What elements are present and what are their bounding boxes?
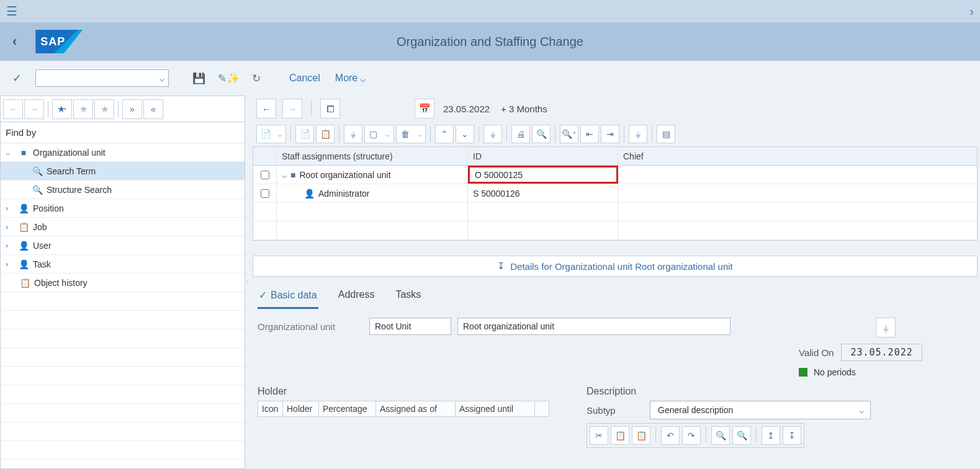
table-row[interactable]: 👤Administrator S 50000126 <box>253 184 977 203</box>
empty-row <box>253 203 977 221</box>
link-icon[interactable]: ⏚ <box>876 318 896 337</box>
hierarchy-icon[interactable]: ⏚ <box>344 125 362 143</box>
tree-item-object-history[interactable]: 📋Object history <box>1 274 245 292</box>
redo-icon[interactable]: ↷ <box>682 426 701 445</box>
expand-all-icon[interactable]: » <box>122 99 142 119</box>
cube-icon[interactable]: ⧠ <box>320 99 340 118</box>
collapse-all-icon[interactable]: « <box>143 99 163 119</box>
upload-icon[interactable]: ↥ <box>762 426 780 445</box>
print-icon[interactable]: 🖨 <box>511 125 530 143</box>
col-until[interactable]: Assigned until <box>456 401 535 416</box>
nav-back-icon[interactable]: ← <box>3 99 23 119</box>
up-level-icon[interactable]: ⌃ <box>435 125 454 143</box>
collapse-icon[interactable]: ⇤ <box>580 125 599 143</box>
structure-icon[interactable]: ⏚ <box>629 125 647 143</box>
layout-icon[interactable]: ▤ <box>657 125 675 143</box>
subtyp-label: Subtyp <box>587 405 641 416</box>
copy-icon[interactable]: 📋 <box>611 426 629 445</box>
assign-split-button[interactable]: ▢⌵ <box>364 125 394 143</box>
col-asof[interactable]: Assigned as of <box>376 401 456 416</box>
download-icon[interactable]: ↧ <box>783 426 801 445</box>
chevron-down-icon[interactable]: ⌵ <box>282 170 287 180</box>
paste-icon[interactable]: 📋 <box>316 125 335 143</box>
tree-item-structure-search[interactable]: 🔍Structure Search <box>1 181 245 199</box>
tree-item-search-term[interactable]: 🔍Search Term <box>1 162 245 181</box>
org-unit-icon: ■ <box>18 148 29 158</box>
col-icon[interactable]: Icon <box>258 401 283 416</box>
tree-item-org-unit[interactable]: ⌵■Organizational unit <box>1 143 245 162</box>
calendar-icon[interactable]: 📅 <box>415 99 434 118</box>
save-icon[interactable]: 💾 <box>189 69 209 87</box>
search-next-icon[interactable]: 🔍 <box>732 426 751 445</box>
down-level-icon[interactable]: ⌄ <box>456 125 474 143</box>
expand-icon[interactable]: ⇥ <box>601 125 619 143</box>
back-button[interactable]: ‹ <box>12 34 17 50</box>
row-checkbox[interactable] <box>261 171 269 179</box>
hierarchy2-icon[interactable]: ⏚ <box>483 125 502 143</box>
clipboard-icon: 📋 <box>18 222 29 232</box>
person-icon: 👤 <box>304 189 315 199</box>
task-icon: 👤 <box>18 259 29 269</box>
findby-label: Find by <box>1 122 245 143</box>
col-header-chief[interactable]: Chief <box>618 147 977 165</box>
expand-icon[interactable]: › <box>969 4 974 19</box>
col-header-staff[interactable]: Staff assignments (structure) <box>277 147 468 165</box>
tab-address[interactable]: Address <box>337 285 376 309</box>
page-title: Organization and Staffing Change <box>397 35 583 49</box>
nav-back-icon[interactable]: ← <box>256 99 276 118</box>
command-field[interactable]: ⌵ <box>35 69 169 87</box>
cut-icon[interactable]: ✂ <box>590 426 608 445</box>
holder-title: Holder <box>258 386 549 397</box>
subtyp-select[interactable]: General description ⌵ <box>650 401 871 419</box>
tree-item-position[interactable]: ›👤Position <box>1 199 245 218</box>
search-icon: 🔍 <box>32 185 43 195</box>
edit-icon[interactable]: ✎✨ <box>214 69 243 87</box>
details-bar[interactable]: ↧ Details for Organizational unit Root o… <box>253 256 978 277</box>
org-unit-long-input[interactable]: Root organizational unit <box>457 318 731 335</box>
valid-on-label: Valid On <box>799 347 834 358</box>
col-holder[interactable]: Holder <box>283 401 319 416</box>
col-header-id[interactable]: ID <box>468 147 618 165</box>
empty-row <box>1 367 245 385</box>
cancel-button[interactable]: Cancel <box>284 70 325 86</box>
favorite-remove-icon[interactable]: ★- <box>94 99 114 119</box>
menu-icon[interactable]: ☰ <box>6 4 17 19</box>
status-square-icon <box>799 368 807 377</box>
tree-item-job[interactable]: ›📋Job <box>1 218 245 236</box>
structure-table: Staff assignments (structure) ID Chief ⌵… <box>253 146 978 241</box>
search-icon[interactable]: 🔍 <box>711 426 730 445</box>
search-next-icon[interactable]: 🔍⁺ <box>560 125 578 143</box>
row-checkbox[interactable] <box>261 189 269 198</box>
ok-icon[interactable]: ✓ <box>12 71 22 85</box>
col-pct[interactable]: Percentage <box>319 401 376 416</box>
empty-row <box>1 292 245 311</box>
more-label: More <box>335 73 357 84</box>
refresh-icon[interactable]: ↻ <box>248 69 264 87</box>
tab-tasks[interactable]: Tasks <box>394 285 422 309</box>
empty-row <box>1 404 245 422</box>
row-id: O 50000125 <box>468 166 618 184</box>
paste-icon[interactable]: 📋 <box>632 426 650 445</box>
tree-item-user[interactable]: ›👤User <box>1 236 245 255</box>
no-periods-label: No periods <box>814 367 856 377</box>
org-unit-short-input[interactable]: Root Unit <box>369 318 451 335</box>
search-icon[interactable]: 🔍 <box>532 125 551 143</box>
tree-label: Organizational unit <box>33 148 106 158</box>
table-row[interactable]: ⌵■Root organizational unit O 50000125 <box>253 166 977 184</box>
create-split-button[interactable]: 📄⌵ <box>256 125 286 143</box>
favorite-add-icon[interactable]: ★+ <box>52 99 72 119</box>
splitter[interactable]: ⋮ <box>245 96 250 469</box>
more-button[interactable]: More⌵ <box>330 70 371 87</box>
empty-row <box>253 221 977 240</box>
nav-forward-icon[interactable]: → <box>282 99 302 118</box>
copy-icon[interactable]: 📄 <box>295 125 314 143</box>
favorite-icon[interactable]: ★ <box>73 99 93 119</box>
empty-row <box>1 441 245 460</box>
details-label: Details for Organizational unit Root org… <box>510 261 733 272</box>
tab-basic-data[interactable]: ✓Basic data <box>258 285 318 309</box>
undo-icon[interactable]: ↶ <box>661 426 680 445</box>
nav-forward-icon[interactable]: → <box>24 99 44 119</box>
tree-item-task[interactable]: ›👤Task <box>1 255 245 274</box>
delete-split-button[interactable]: 🗑⌵ <box>396 125 426 143</box>
valid-on-date[interactable]: 23.05.2022 <box>841 344 922 361</box>
